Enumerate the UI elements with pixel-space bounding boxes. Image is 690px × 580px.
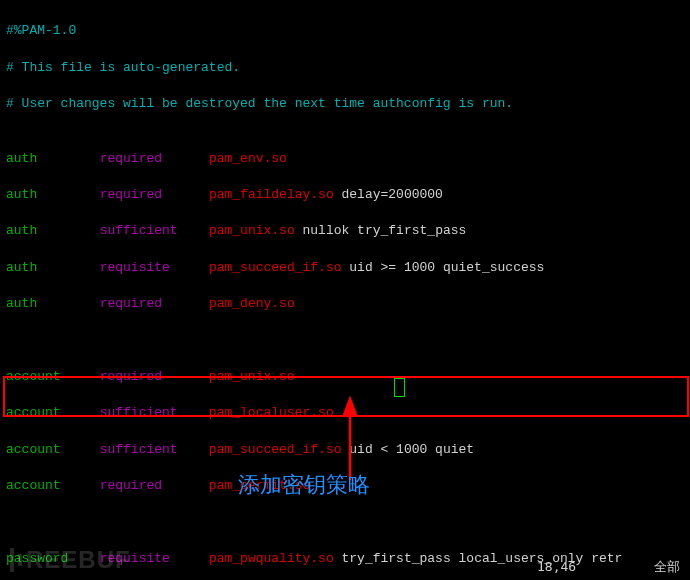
pam-rule: account required pam_permit.so — [6, 477, 684, 495]
pam-rule: account sufficient pam_localuser.so — [6, 404, 684, 422]
pam-rule: auth required pam_env.so — [6, 150, 684, 168]
comment-line: #%PAM-1.0 — [6, 22, 684, 40]
pam-rule: auth required pam_faildelay.so delay=200… — [6, 186, 684, 204]
cursor-position: 18,46 — [537, 558, 576, 576]
pam-rule: auth sufficient pam_unix.so nullok try_f… — [6, 222, 684, 240]
pam-rule: account required pam_unix.so — [6, 368, 684, 386]
blank-line — [6, 331, 684, 349]
watermark-logo: REEBUF — [10, 543, 131, 577]
scroll-indicator: 全部 — [654, 558, 680, 576]
pam-rule: auth required pam_deny.so — [6, 295, 684, 313]
blank-line — [6, 513, 684, 531]
editor-viewport[interactable]: #%PAM-1.0 # This file is auto-generated.… — [0, 0, 690, 580]
pam-rule: auth requisite pam_succeed_if.so uid >= … — [6, 259, 684, 277]
comment-line: # User changes will be destroyed the nex… — [6, 95, 684, 113]
vim-status-line: 18,46 全部 — [537, 558, 680, 576]
comment-line: # This file is auto-generated. — [6, 59, 684, 77]
pam-rule: account sufficient pam_succeed_if.so uid… — [6, 441, 684, 459]
